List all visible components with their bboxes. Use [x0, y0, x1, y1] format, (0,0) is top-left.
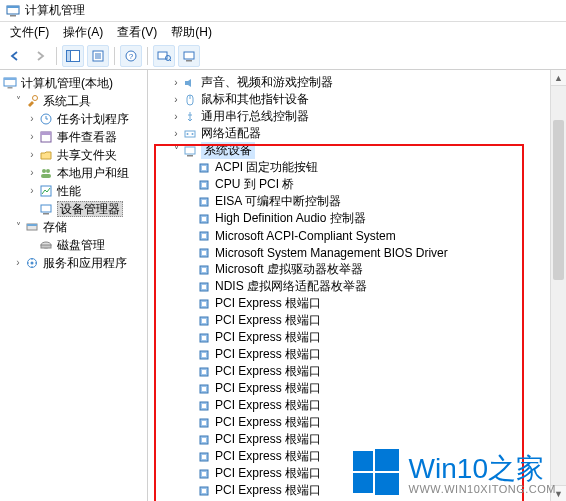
device-item[interactable]: ACPI 固定功能按钮	[152, 159, 564, 176]
show-hide-tree-button[interactable]	[62, 45, 84, 67]
disk-icon	[38, 238, 54, 252]
svg-line-13	[170, 59, 172, 61]
tree-performance[interactable]: › 性能	[2, 182, 145, 200]
device-item[interactable]: PCI Express 根端口	[152, 329, 564, 346]
tree-task-scheduler[interactable]: › 任务计划程序	[2, 110, 145, 128]
device-item[interactable]: High Definition Audio 控制器	[152, 210, 564, 227]
device-item[interactable]: PCI Express 根端口	[152, 448, 564, 465]
forward-button[interactable]	[29, 45, 51, 67]
properties-button[interactable]	[87, 45, 109, 67]
device-item[interactable]: Microsoft 虚拟驱动器枚举器	[152, 261, 564, 278]
cat-audio[interactable]: › 声音、视频和游戏控制器	[152, 74, 564, 91]
device-item-label: CPU 到 PCI 桥	[215, 176, 294, 193]
svg-rect-14	[184, 52, 194, 59]
svg-rect-28	[43, 213, 49, 215]
tree-disk-mgmt[interactable]: 磁盘管理	[2, 236, 145, 254]
device-item[interactable]: EISA 可编程中断控制器	[152, 193, 564, 210]
device-item[interactable]: PCI Express 根端口	[152, 295, 564, 312]
tree-label: 服务和应用程序	[43, 254, 127, 272]
chip-icon	[196, 246, 212, 260]
toolbar-separator	[56, 47, 57, 65]
tree-event-viewer[interactable]: › 事件查看器	[2, 128, 145, 146]
back-button[interactable]	[4, 45, 26, 67]
tree-label: 磁盘管理	[57, 236, 105, 254]
cat-usb[interactable]: › 通用串行总线控制器	[152, 108, 564, 125]
network-icon	[182, 127, 198, 141]
svg-rect-75	[202, 438, 206, 442]
scan-hardware-button[interactable]	[153, 45, 175, 67]
collapse-icon[interactable]: ˅	[12, 92, 24, 110]
svg-text:?: ?	[129, 52, 134, 61]
device-item-label: PCI Express 根端口	[215, 380, 321, 397]
tree-sys-tools[interactable]: ˅ 系统工具	[2, 92, 145, 110]
collapse-icon[interactable]: ˅	[12, 218, 24, 236]
window-title: 计算机管理	[25, 2, 85, 19]
device-item[interactable]: PCI Express 根端口	[152, 397, 564, 414]
device-item[interactable]: NDIS 虚拟网络适配器枚举器	[152, 278, 564, 295]
menu-help[interactable]: 帮助(H)	[165, 22, 218, 43]
cat-system-devices[interactable]: ˅ 系统设备	[152, 142, 564, 159]
chip-icon	[196, 382, 212, 396]
expand-icon[interactable]: ›	[170, 111, 182, 122]
device-item-label: PCI Express 根端口	[215, 397, 321, 414]
device-item[interactable]: PCI Express 根端口	[152, 312, 564, 329]
device-item[interactable]: Microsoft System Management BIOS Driver	[152, 244, 564, 261]
update-driver-button[interactable]	[178, 45, 200, 67]
chip-icon	[196, 178, 212, 192]
tree-label: 本地用户和组	[57, 164, 129, 182]
expand-icon[interactable]: ›	[12, 254, 24, 272]
tree-root[interactable]: 计算机管理(本地)	[2, 74, 145, 92]
tree-local-users[interactable]: › 本地用户和组	[2, 164, 145, 182]
vertical-scrollbar[interactable]: ▲ ▼	[550, 70, 566, 501]
device-tree: › 声音、视频和游戏控制器 › 鼠标和其他指针设备 › 通用串行总线控制器	[152, 74, 564, 501]
tree-label-selected: 设备管理器	[57, 201, 123, 217]
device-item[interactable]: PCI Express 根端口	[152, 414, 564, 431]
expand-icon[interactable]: ›	[26, 128, 38, 146]
tree-storage[interactable]: ˅ 存储	[2, 218, 145, 236]
tree-device-manager[interactable]: 设备管理器	[2, 200, 145, 218]
device-item[interactable]: Microsoft ACPI-Compliant System	[152, 227, 564, 244]
svg-rect-40	[185, 147, 195, 154]
expand-icon[interactable]: ›	[170, 94, 182, 105]
right-pane: › 声音、视频和游戏控制器 › 鼠标和其他指针设备 › 通用串行总线控制器	[148, 70, 566, 501]
expand-icon[interactable]: ›	[26, 164, 38, 182]
menu-action[interactable]: 操作(A)	[57, 22, 109, 43]
tree-services-apps[interactable]: › 服务和应用程序	[2, 254, 145, 272]
expand-icon[interactable]: ›	[170, 77, 182, 88]
svg-rect-67	[202, 370, 206, 374]
expand-icon[interactable]: ›	[170, 128, 182, 139]
device-item[interactable]: CPU 到 PCI 桥	[152, 176, 564, 193]
svg-rect-57	[202, 285, 206, 289]
device-item-label: PCI Express 根端口	[215, 448, 321, 465]
collapse-icon[interactable]: ˅	[170, 145, 182, 156]
tree-shared-folders[interactable]: › 共享文件夹	[2, 146, 145, 164]
device-item-label: EISA 可编程中断控制器	[215, 193, 341, 210]
device-item[interactable]: PCI Express 根端口	[152, 346, 564, 363]
device-item[interactable]: PCI Express 根端口	[152, 482, 564, 499]
chip-icon	[196, 212, 212, 226]
svg-rect-81	[202, 489, 206, 493]
scroll-thumb[interactable]	[553, 120, 564, 280]
svg-rect-65	[202, 353, 206, 357]
expand-icon[interactable]: ›	[26, 146, 38, 164]
scroll-down-button[interactable]: ▼	[551, 485, 566, 501]
device-item-label: ACPI 固定功能按钮	[215, 159, 318, 176]
expand-icon[interactable]: ›	[26, 182, 38, 200]
menu-file[interactable]: 文件(F)	[4, 22, 55, 43]
svg-point-34	[31, 262, 34, 265]
device-item[interactable]: PCI Express 根端口	[152, 380, 564, 397]
computer-icon	[2, 76, 18, 90]
device-item[interactable]: PCI Express 根端口	[152, 465, 564, 482]
scroll-up-button[interactable]: ▲	[551, 70, 566, 86]
svg-point-38	[187, 133, 189, 135]
menu-view[interactable]: 查看(V)	[111, 22, 163, 43]
help-button[interactable]: ?	[120, 45, 142, 67]
device-item-label: Microsoft ACPI-Compliant System	[215, 229, 396, 243]
cat-label-selected: 系统设备	[201, 142, 255, 159]
expand-icon[interactable]: ›	[26, 110, 38, 128]
cat-network[interactable]: › 网络适配器	[152, 125, 564, 142]
cat-mouse[interactable]: › 鼠标和其他指针设备	[152, 91, 564, 108]
svg-rect-30	[27, 224, 37, 226]
device-item[interactable]: PCI Express 根端口	[152, 363, 564, 380]
device-item[interactable]: PCI Express 根端口	[152, 431, 564, 448]
